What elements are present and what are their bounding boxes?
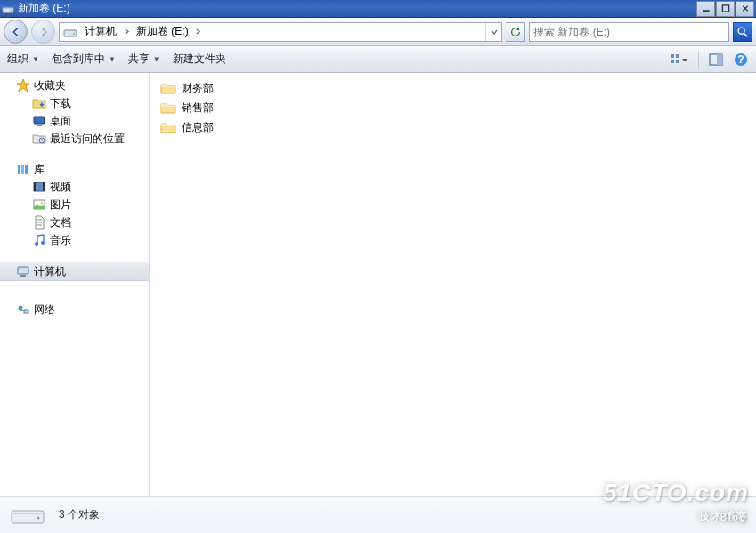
svg-rect-17 [37, 125, 42, 126]
sidebar-item-documents[interactable]: 文档 [0, 214, 149, 231]
organize-menu[interactable]: 组织▼ [7, 52, 39, 67]
svg-rect-29 [18, 267, 28, 274]
folder-icon [160, 101, 176, 115]
svg-rect-5 [64, 30, 77, 36]
search-button[interactable] [733, 22, 752, 42]
status-bar: 3 个对象 [0, 496, 756, 533]
preview-pane-button[interactable] [708, 52, 724, 68]
svg-point-31 [19, 306, 23, 311]
refresh-button[interactable] [506, 22, 525, 42]
close-button[interactable] [736, 1, 754, 17]
sidebar-item-network[interactable]: 网络 [0, 301, 149, 319]
svg-rect-11 [676, 60, 679, 63]
svg-rect-1 [4, 8, 13, 9]
svg-rect-9 [676, 54, 679, 58]
share-menu[interactable]: 共享▼ [128, 52, 160, 67]
search-input[interactable] [530, 23, 728, 41]
svg-text:?: ? [737, 53, 744, 66]
desktop-icon [32, 114, 46, 128]
sidebar-item-recent[interactable]: 最近访问的位置 [0, 130, 149, 148]
folder-item[interactable]: 信息部 [150, 117, 756, 137]
main-split: 收藏夹 下载 桌面 最近访问的位置 库 视频 [0, 73, 756, 496]
folder-icon [160, 81, 176, 95]
include-menu[interactable]: 包含到库中▼ [52, 52, 116, 67]
navigation-pane: 收藏夹 下载 桌面 最近访问的位置 库 视频 [0, 73, 150, 496]
library-icon [16, 162, 30, 176]
document-icon [32, 215, 46, 230]
folder-icon [160, 120, 176, 134]
status-text: 3 个对象 [59, 507, 100, 522]
star-icon [16, 78, 30, 93]
sidebar-item-downloads[interactable]: 下载 [0, 94, 149, 112]
drive-icon [2, 3, 14, 15]
svg-point-2 [11, 9, 12, 11]
downloads-icon [32, 96, 46, 110]
favorites-group: 收藏夹 下载 桌面 最近访问的位置 [0, 77, 149, 148]
svg-rect-10 [671, 60, 674, 63]
breadcrumb-arrow-icon[interactable] [192, 23, 205, 41]
svg-point-6 [73, 33, 75, 35]
recent-icon [32, 132, 46, 146]
separator [698, 52, 699, 68]
computer-icon [16, 264, 30, 279]
breadcrumb-arrow-icon[interactable] [120, 23, 133, 41]
forward-button[interactable] [31, 20, 55, 44]
svg-point-28 [41, 241, 45, 245]
drive-icon [63, 25, 77, 39]
new-folder-button[interactable]: 新建文件夹 [173, 52, 226, 67]
computer-group: 计算机 [0, 262, 149, 281]
window-title: 新加卷 (E:) [18, 1, 696, 16]
folder-item[interactable]: 销售部 [150, 98, 756, 117]
view-menu[interactable] [663, 52, 689, 68]
breadcrumb-current[interactable]: 新加卷 (E:) [133, 24, 192, 39]
title-bar: 新加卷 (E:) [0, 0, 756, 18]
minimize-button[interactable] [696, 1, 715, 17]
drive-icon [9, 502, 46, 529]
sidebar-item-pictures[interactable]: 图片 [0, 196, 149, 214]
address-bar[interactable]: 计算机 新加卷 (E:) [59, 22, 502, 42]
nav-bar: 计算机 新加卷 (E:) [0, 18, 756, 46]
libraries-group: 库 视频 图片 文档 音乐 [0, 160, 149, 249]
back-button[interactable] [4, 20, 28, 44]
help-button[interactable]: ? [733, 52, 749, 68]
libraries-header[interactable]: 库 [0, 160, 149, 178]
svg-point-7 [738, 28, 744, 34]
svg-rect-24 [43, 182, 45, 191]
search-box[interactable] [529, 22, 729, 42]
network-icon [16, 303, 30, 317]
sidebar-item-computer[interactable]: 计算机 [0, 262, 149, 281]
svg-point-35 [37, 516, 40, 519]
svg-rect-23 [34, 182, 36, 191]
svg-rect-20 [21, 165, 24, 174]
network-group: 网络 [0, 301, 149, 319]
svg-rect-34 [13, 513, 42, 514]
favorites-header[interactable]: 收藏夹 [0, 77, 149, 94]
svg-rect-16 [34, 117, 45, 124]
svg-point-26 [41, 202, 44, 205]
command-bar: 组织▼ 包含到库中▼ 共享▼ 新建文件夹 ? [0, 46, 756, 73]
folder-item[interactable]: 财务部 [150, 78, 756, 98]
sidebar-item-videos[interactable]: 视频 [0, 178, 149, 196]
sidebar-item-desktop[interactable]: 桌面 [0, 112, 149, 130]
svg-rect-30 [20, 275, 26, 277]
maximize-button[interactable] [716, 1, 735, 17]
content-pane[interactable]: 财务部 销售部 信息部 [150, 73, 756, 496]
svg-rect-19 [18, 165, 20, 174]
video-icon [32, 180, 46, 194]
music-icon [32, 233, 46, 247]
sidebar-item-music[interactable]: 音乐 [0, 231, 149, 249]
breadcrumb-root[interactable]: 计算机 [81, 24, 120, 39]
svg-rect-4 [722, 5, 728, 12]
picture-icon [32, 198, 46, 212]
svg-rect-3 [703, 10, 709, 12]
svg-rect-8 [671, 54, 674, 58]
svg-rect-21 [25, 165, 28, 174]
svg-rect-13 [717, 54, 722, 65]
address-dropdown[interactable] [485, 23, 501, 41]
